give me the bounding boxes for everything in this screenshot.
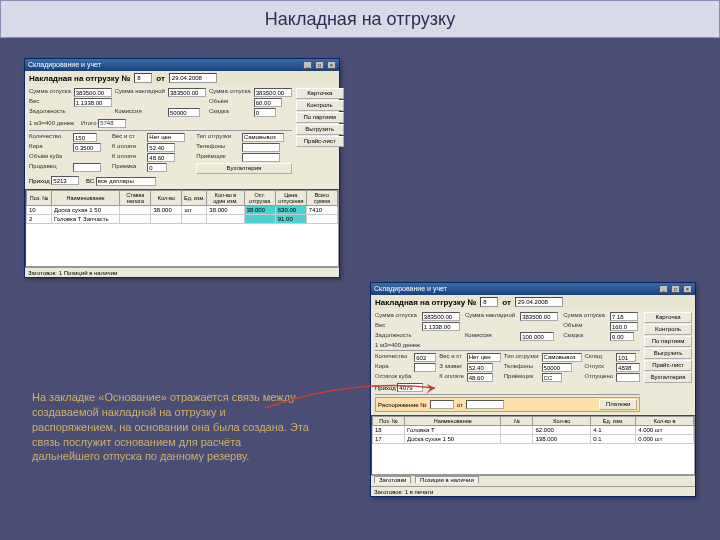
kopl[interactable] xyxy=(147,143,175,152)
col[interactable]: Всего сумма xyxy=(306,190,337,205)
lbl: Телефоны xyxy=(196,143,239,152)
maximize-icon[interactable]: □ xyxy=(671,285,680,293)
col[interactable]: Цена отпускная xyxy=(275,190,306,205)
sklad[interactable] xyxy=(616,353,636,362)
sum-otp[interactable] xyxy=(422,312,460,321)
doc-date-input[interactable] xyxy=(515,297,563,307)
sum-otp2[interactable] xyxy=(610,312,638,321)
maximize-icon[interactable]: □ xyxy=(315,61,324,69)
btn-kontrol[interactable]: Контроль xyxy=(296,100,344,111)
table-row[interactable]: 10Доска сухая 1 50 38.000шт38.000 38.000… xyxy=(27,205,338,214)
otpusk[interactable] xyxy=(616,363,640,372)
btn-price[interactable]: Прайс-лист xyxy=(644,360,692,371)
lbl: Вес xyxy=(29,98,71,107)
col[interactable]: Кол-во xyxy=(151,190,182,205)
zazvet[interactable] xyxy=(467,363,493,372)
col[interactable]: Ед. изм. xyxy=(591,417,636,426)
minimize-icon[interactable]: _ xyxy=(303,61,312,69)
close-icon[interactable]: × xyxy=(683,285,692,293)
btn-price[interactable]: Прайс-лист xyxy=(296,136,344,147)
obyom[interactable] xyxy=(254,98,282,107)
bux-button[interactable]: Бухгалтерия xyxy=(196,163,292,174)
komis[interactable] xyxy=(168,108,200,117)
tab-positions[interactable]: Позиции в наличии xyxy=(415,476,479,483)
lbl: К оплате xyxy=(439,373,463,382)
ves[interactable] xyxy=(74,98,112,107)
col[interactable]: № xyxy=(501,417,533,426)
lbl: Приёмщик xyxy=(504,373,539,382)
table-row[interactable]: 2Головка Т Запчасть 91.00 xyxy=(27,214,338,223)
obyom[interactable] xyxy=(610,322,638,331)
doc-no-input[interactable] xyxy=(480,297,498,307)
sum-otp2[interactable] xyxy=(254,88,292,97)
tel[interactable] xyxy=(242,143,280,152)
btn-kartochka[interactable]: Карточка xyxy=(644,312,692,323)
titlebar[interactable]: Складирование и учет _ □ × xyxy=(371,283,695,295)
prod-dd[interactable] xyxy=(73,163,101,172)
col[interactable]: Ед. изм. xyxy=(182,190,207,205)
btn-partii[interactable]: По партиям xyxy=(296,112,344,123)
vesi-dd[interactable]: Нет цен xyxy=(467,353,501,362)
prihod[interactable] xyxy=(397,383,423,392)
col[interactable]: Поз. № xyxy=(373,417,405,426)
close-icon[interactable]: × xyxy=(327,61,336,69)
itogo: 5748 xyxy=(98,119,126,128)
doc-date-input[interactable] xyxy=(169,73,217,83)
kolvo[interactable] xyxy=(414,353,436,362)
tip-dd[interactable]: Самовывоз xyxy=(542,353,582,362)
lbl: Кира xyxy=(29,143,70,152)
data-grid[interactable]: Поз. № Наименование № Кол-во Ед. изм. Ко… xyxy=(371,415,695,475)
priem[interactable] xyxy=(542,373,562,382)
tel[interactable] xyxy=(542,363,572,372)
titlebar[interactable]: Складирование и учет _ □ × xyxy=(25,59,339,71)
skidka[interactable] xyxy=(254,108,276,117)
komis[interactable] xyxy=(520,332,554,341)
lbl: К оплате xyxy=(112,153,144,162)
prihod[interactable] xyxy=(51,176,79,185)
lbl: Объём xyxy=(209,98,251,107)
col[interactable]: Поз. № xyxy=(27,190,52,205)
rasp-no[interactable] xyxy=(430,400,454,409)
priemka[interactable] xyxy=(147,163,167,172)
col[interactable]: Кол-во в один изм. xyxy=(207,190,244,205)
btn-kartochka[interactable]: Карточка xyxy=(296,88,344,99)
table-row[interactable]: 18Головка Т 62.0004.14.000 шт xyxy=(373,426,694,435)
btn-platezhi[interactable]: Платежи xyxy=(599,399,637,410)
kolvo[interactable] xyxy=(73,133,97,142)
col[interactable]: Кол-во в xyxy=(636,417,694,426)
kopl2[interactable] xyxy=(147,153,175,162)
sum-otp[interactable] xyxy=(74,88,112,97)
lbl: К оплате xyxy=(112,143,144,152)
note: 1 м3=400 денеж xyxy=(375,342,640,348)
doc-no-input[interactable] xyxy=(134,73,152,83)
priem[interactable] xyxy=(242,153,280,162)
sum-nakl[interactable] xyxy=(520,312,558,321)
skidka[interactable] xyxy=(610,332,634,341)
btn-bux[interactable]: Бухгалтерия xyxy=(644,372,692,383)
col[interactable]: Ост. отгрузка xyxy=(244,190,275,205)
otpuscheno[interactable] xyxy=(616,373,640,382)
vse-dd[interactable]: все диллеры xyxy=(96,177,156,186)
col[interactable]: Кол-во xyxy=(533,417,591,426)
btn-vygruzit[interactable]: Выгрузить xyxy=(296,124,344,135)
tip-dd[interactable]: Самовывоз xyxy=(242,133,284,142)
rasp-date[interactable] xyxy=(466,400,504,409)
vesi-dd[interactable]: Нет цен xyxy=(147,133,185,142)
note: 1 м3=400 денеж xyxy=(29,120,74,126)
table-row[interactable]: 17Доска сухая 1 50 138.0000.10.000 шт xyxy=(373,435,694,444)
col[interactable]: Ставка налога xyxy=(120,190,151,205)
ves[interactable] xyxy=(422,322,460,331)
kira[interactable] xyxy=(73,143,101,152)
col[interactable]: Наименование xyxy=(51,190,119,205)
btn-vygruzit[interactable]: Выгрузить xyxy=(644,348,692,359)
kopl[interactable] xyxy=(467,373,493,382)
lbl: Сумма отпуска xyxy=(375,312,419,321)
btn-partii[interactable]: По партиям xyxy=(644,336,692,347)
sum-nakl[interactable] xyxy=(168,88,206,97)
data-grid[interactable]: Поз. № Наименование Ставка налога Кол-во… xyxy=(25,189,339,267)
kira[interactable] xyxy=(414,363,436,372)
btn-kontrol[interactable]: Контроль xyxy=(644,324,692,335)
tab-main[interactable]: Заготовки xyxy=(374,476,411,483)
minimize-icon[interactable]: _ xyxy=(659,285,668,293)
col[interactable]: Наименование xyxy=(405,417,501,426)
